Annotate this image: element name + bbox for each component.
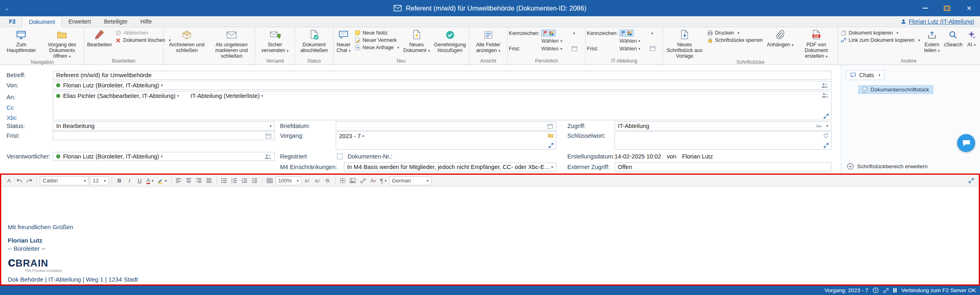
tab-dokument[interactable]: Dokument (22, 16, 62, 27)
new-record-from-template-button[interactable]: Neues Schriftstück aus Vorlage (664, 28, 705, 59)
unit-flag-picker[interactable] (619, 30, 634, 37)
expand-editor-icon[interactable] (967, 176, 976, 185)
calendar-icon[interactable] (265, 133, 271, 139)
copy-document-button[interactable]: Dokument kopieren ▾ (839, 30, 921, 36)
align-center-icon[interactable] (184, 176, 193, 185)
link-icon[interactable] (883, 288, 889, 293)
verantwortlicher-field[interactable]: Florian Lutz (Büroleiter, IT-Abteilung) … (53, 152, 275, 161)
schluesselwort-field[interactable] (615, 131, 831, 150)
edit-button[interactable]: Bearbeiten (85, 28, 113, 58)
calendar-icon[interactable] (571, 46, 580, 52)
recipient-token[interactable]: IT-Abteilung (Verteilerliste) ▾ (190, 93, 263, 99)
frist-field[interactable] (53, 131, 275, 140)
status-select[interactable]: In Bearbeitung ▾ (53, 121, 275, 130)
expand-field-icon[interactable] (824, 114, 829, 119)
font-family-select[interactable]: Calibri▾ (40, 176, 89, 185)
registriert-checkbox[interactable] (337, 154, 343, 159)
clear-format-icon[interactable]: Ax (369, 176, 378, 185)
highlight-icon[interactable]: ▾ (156, 176, 168, 185)
close-button[interactable]: × (958, 0, 980, 16)
people-picker-icon[interactable] (821, 83, 828, 88)
chevron-down-icon[interactable]: ▾ (651, 31, 658, 35)
strikethrough-icon[interactable]: S (323, 176, 332, 185)
font-color-icon[interactable]: A▾ (145, 176, 155, 185)
tab-beteiligte[interactable]: Beteiligte (97, 16, 134, 27)
mark-unread-close-button[interactable]: Als ungelesen markieren und schließen (210, 28, 254, 59)
externer-zugriff-field[interactable]: Offen (615, 163, 831, 171)
paragraph-icon[interactable]: ¶▾ (379, 176, 388, 185)
expand-field-icon[interactable] (824, 143, 829, 148)
new-document-button[interactable]: Neues Dokument▾ (402, 28, 432, 58)
chevron-down-icon[interactable]: ▾ (573, 31, 580, 35)
chats-dropdown-button[interactable]: Chats ▾ (846, 70, 885, 80)
new-record-button[interactable]: Neuer Vermerk (353, 37, 401, 43)
styles-icon[interactable]: A (4, 176, 13, 185)
borders-icon[interactable] (338, 176, 347, 185)
bold-icon[interactable]: B (115, 176, 124, 185)
xbc-link[interactable]: Xbc (7, 113, 17, 122)
bullet-list-icon[interactable] (220, 176, 229, 185)
calendar-icon[interactable] (547, 123, 553, 129)
image-icon[interactable] (348, 176, 357, 185)
language-select[interactable]: German▾ (389, 176, 431, 185)
align-justify-icon[interactable] (205, 176, 214, 185)
subscript-icon[interactable]: x2 (313, 176, 322, 185)
vorgang-field[interactable]: 2023 - 7 ▾ (336, 131, 556, 150)
main-window-button[interactable]: Zum Hauptfenster (2, 28, 41, 59)
quick-access-icon[interactable]: ⌄ (0, 5, 14, 11)
tab-f2[interactable]: F2 (2, 16, 22, 27)
key-icon[interactable] (816, 123, 822, 129)
table-icon[interactable] (265, 176, 274, 185)
copy-link-button[interactable]: Link zum Dokument kopieren ▾ (839, 37, 921, 43)
indent-icon[interactable] (250, 176, 259, 185)
new-request-button[interactable]: Neue Anfrage ▾ (353, 44, 401, 51)
align-right-icon[interactable] (195, 176, 203, 185)
new-note-button[interactable]: Neue Notiz (353, 30, 401, 36)
font-size-select[interactable]: 12▾ (90, 176, 109, 185)
case-icon[interactable] (548, 133, 553, 138)
share-external-button[interactable]: Extern teilen▾ (923, 28, 941, 58)
document-record-item[interactable]: Dokumentenschriftstück (858, 85, 933, 94)
von-field[interactable]: Florian Lutz (Büroleiter, IT-Abteilung) … (53, 81, 831, 90)
zugriff-field[interactable]: IT-Abteilung ▾ (615, 121, 831, 130)
chat-fab-button[interactable] (957, 134, 975, 152)
m4-select[interactable]: In M4 Basis werden für Mitglieder, jedoc… (344, 163, 556, 171)
lock-records-button[interactable]: Schriftstücke sperren (706, 37, 764, 43)
pdf-from-document-button[interactable]: PDF PDF von Dokument erstellen▾ (796, 28, 837, 59)
recipient-token[interactable]: Elias Pichler (Sachbearbeiter, IT-Abteil… (56, 93, 179, 99)
cc-link[interactable]: Cc (7, 103, 14, 112)
align-left-icon[interactable] (174, 176, 183, 185)
archive-close-button[interactable]: Archivieren und schließen (165, 28, 209, 59)
add-approval-button[interactable]: Genehmigung hinzufügen (432, 28, 468, 58)
expand-record-area-button[interactable]: Schriftstückbereich erweitern (847, 163, 928, 170)
tab-erweitert[interactable]: Erweitert (62, 16, 97, 27)
personal-flag-picker[interactable] (541, 30, 556, 37)
personal-deadline-select[interactable]: Wählen▾ (541, 46, 571, 52)
ai-button[interactable]: AI▾ (965, 28, 978, 58)
outdent-icon[interactable] (240, 176, 249, 185)
clock-icon[interactable] (873, 287, 879, 293)
briefdatum-field[interactable] (336, 121, 556, 130)
underline-icon[interactable]: U (135, 176, 144, 185)
personal-flag-select[interactable]: Wählen▾ (541, 38, 571, 44)
superscript-icon[interactable]: x2 (303, 176, 312, 185)
people-picker-icon[interactable] (265, 154, 271, 159)
italic-icon[interactable]: I (125, 176, 134, 185)
pause-icon[interactable] (893, 288, 897, 293)
people-picker-icon[interactable] (822, 93, 829, 98)
finish-document-button[interactable]: Dokument abschließen (296, 28, 332, 58)
maximize-button[interactable] (936, 0, 958, 16)
undo-icon[interactable] (15, 176, 24, 185)
all-fields-button[interactable]: Alle Felder anzeigen▾ (470, 28, 506, 58)
betreff-field[interactable]: Referent (m/w/d) für Umweltbehörde (53, 71, 831, 80)
print-button[interactable]: Drucken ▾ (706, 30, 764, 36)
attach-button[interactable]: Anhängen▾ (765, 28, 795, 59)
zoom-select[interactable]: 100%▾ (276, 176, 302, 185)
expand-field-icon[interactable] (549, 143, 553, 148)
redo-icon[interactable] (25, 176, 34, 185)
unit-deadline-select[interactable]: Wählen▾ (619, 46, 650, 52)
editor-canvas[interactable]: Mit freundlichen Grüßen Florian Lutz -- … (1, 187, 979, 284)
calendar-icon[interactable] (650, 46, 658, 52)
numbered-list-icon[interactable]: 123 (230, 176, 239, 185)
minimize-button[interactable] (914, 0, 936, 16)
